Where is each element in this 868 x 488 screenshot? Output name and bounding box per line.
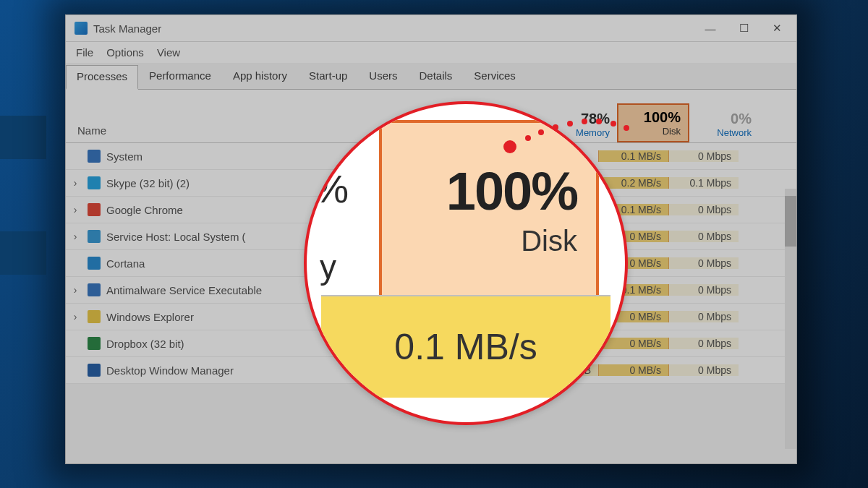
maximize-button[interactable]: ☐ (727, 17, 760, 40)
process-icon (88, 203, 101, 216)
desktop: Task Manager — ☐ ✕ File Options View Pro… (0, 0, 868, 488)
process-icon (88, 257, 101, 270)
menu-file[interactable]: File (76, 46, 93, 59)
process-name: System (85, 150, 348, 163)
menu-view[interactable]: View (157, 46, 180, 59)
cell-disk: 0 MB/s (598, 338, 669, 349)
tab-startup[interactable]: Start-up (298, 64, 358, 89)
process-name: Skype (32 bit) (2) (85, 176, 348, 189)
process-name: Google Chrome (85, 203, 348, 216)
expand-icon[interactable]: › (66, 231, 85, 242)
process-icon (88, 310, 101, 323)
network-label: Network (689, 127, 752, 138)
expand-icon[interactable]: › (66, 177, 85, 189)
cell-disk: 0 MB/s (598, 364, 669, 376)
cell-network: 0 Mbps (669, 311, 739, 322)
tab-strip: Processes Performance App history Start-… (66, 63, 796, 90)
tab-app-history[interactable]: App history (222, 64, 298, 89)
process-icon (88, 283, 101, 296)
disk-label: Disk (618, 126, 681, 137)
disk-value-zoom-row: 0.1 MB/s (321, 295, 610, 398)
col-name[interactable]: Name (66, 90, 367, 142)
cell-network: 0 Mbps (669, 231, 739, 242)
cell-network: 0 Mbps (669, 364, 739, 376)
expand-icon[interactable]: › (66, 284, 85, 296)
disk-value-zoom: 0.1 MB/s (394, 326, 537, 368)
process-icon (88, 337, 101, 350)
wallpaper-bar (0, 116, 46, 159)
tab-performance[interactable]: Performance (138, 64, 222, 89)
expand-icon[interactable]: › (66, 204, 85, 215)
disk-label-zoom: Disk (521, 225, 577, 257)
menu-bar: File Options View (66, 42, 796, 63)
tab-processes[interactable]: Processes (66, 65, 138, 90)
process-name: Desktop Window Manager (85, 364, 348, 377)
col-network[interactable]: 0% Network (689, 106, 759, 142)
scrollbar-thumb[interactable] (785, 196, 796, 247)
process-icon (88, 150, 101, 163)
process-name: Dropbox (32 bit) (85, 337, 348, 350)
process-icon (88, 364, 101, 377)
cell-network: 0 Mbps (669, 338, 739, 349)
cell-disk: 0.1 MB/s (598, 150, 669, 162)
network-pct: 0% (689, 111, 752, 127)
process-icon (88, 230, 101, 243)
disk-pct-zoom: 100% (446, 160, 577, 222)
window-title: Task Manager (93, 22, 161, 35)
tab-users[interactable]: Users (358, 64, 408, 89)
tab-services[interactable]: Services (463, 64, 527, 89)
close-button[interactable]: ✕ (760, 17, 793, 40)
menu-options[interactable]: Options (106, 46, 144, 59)
fragment-y: y (320, 247, 336, 286)
app-icon (75, 22, 88, 35)
wallpaper-bar (0, 231, 46, 275)
minimize-button[interactable]: — (694, 17, 727, 40)
cell-network: 0 Mbps (669, 284, 739, 296)
cell-network: 0 Mbps (669, 204, 739, 215)
cell-network: 0 Mbps (669, 150, 739, 162)
title-bar[interactable]: Task Manager — ☐ ✕ (66, 15, 796, 42)
tab-details[interactable]: Details (408, 64, 463, 89)
disk-pct: 100% (618, 109, 681, 126)
memory-pct: 78% (548, 111, 610, 127)
disk-header-zoom: 100% Disk (379, 120, 599, 295)
process-name: Windows Explorer (85, 310, 348, 323)
col-disk[interactable]: 100% Disk (617, 103, 689, 142)
process-icon (88, 176, 101, 189)
magnifier-callout: % y 100% Disk 0.1 MB/s (304, 101, 628, 425)
cell-network: 0.1 Mbps (669, 177, 739, 189)
expand-icon[interactable]: › (66, 311, 85, 322)
cell-network: 0 Mbps (669, 257, 739, 269)
